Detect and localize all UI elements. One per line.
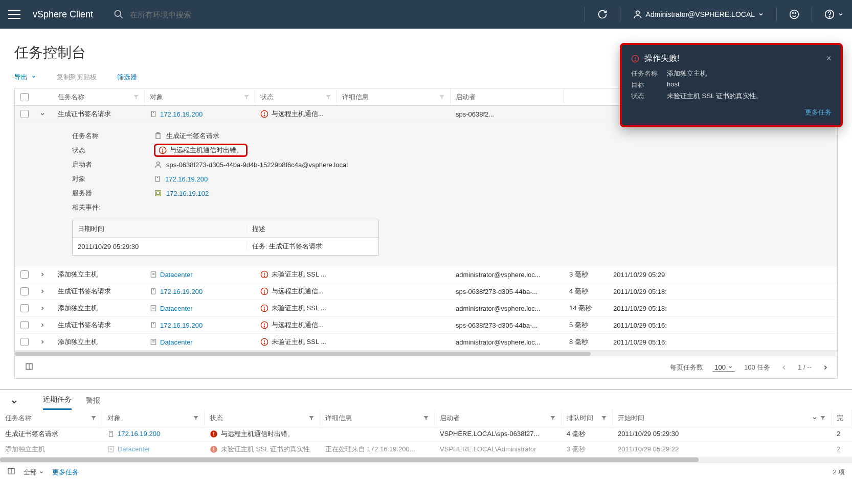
table-row[interactable]: 添加独立主机Datacenter未验证主机 SSL ...administrat… xyxy=(15,266,837,283)
filter-icon[interactable] xyxy=(439,94,445,100)
col-details[interactable]: 详细信息 xyxy=(320,410,435,426)
filter-icon[interactable] xyxy=(820,415,826,421)
table-row[interactable]: 生成证书签名请求172.16.19.200与远程主机通信...sps-0638f… xyxy=(15,317,837,334)
task-target[interactable]: 172.16.19.200 xyxy=(145,106,255,122)
col-status[interactable]: 状态 xyxy=(255,88,337,105)
chevron-down-icon xyxy=(39,470,44,475)
col-target[interactable]: 对象 xyxy=(102,410,205,426)
tab-recent[interactable]: 近期任务 xyxy=(43,395,72,410)
task-status: 与远程主机通信时出错。 xyxy=(205,429,320,439)
task-target[interactable]: Datacenter xyxy=(145,266,255,283)
user-menu[interactable]: Administrator@VSPHERE.LOCAL xyxy=(633,9,764,19)
h-scrollbar[interactable] xyxy=(0,457,852,463)
col-initiator[interactable]: 启动者 xyxy=(451,88,564,105)
feedback-button[interactable] xyxy=(789,9,799,19)
datacenter-icon xyxy=(107,446,115,453)
chevron-down-icon xyxy=(758,11,764,17)
event-row[interactable]: 2011/10/29 05:29:30任务: 生成证书签名请求 xyxy=(73,238,378,255)
prev-page[interactable] xyxy=(779,363,789,372)
error-icon xyxy=(159,146,167,154)
task-name: 生成证书签名请求 xyxy=(53,283,145,300)
filter-icon[interactable] xyxy=(550,415,556,421)
col-start[interactable]: 开始时间 xyxy=(613,410,832,426)
row-checkbox[interactable] xyxy=(20,110,29,118)
expand-toggle[interactable] xyxy=(34,300,53,316)
error-icon xyxy=(260,110,268,118)
task-status: 未验证主机 SSL 证书的真实性 xyxy=(205,445,320,454)
filter-icon[interactable] xyxy=(193,415,199,421)
more-tasks-link[interactable]: 更多任务 xyxy=(631,108,832,117)
col-task-name[interactable]: 任务名称 xyxy=(53,88,145,105)
status-highlight: 与远程主机通信时出错。 xyxy=(154,144,248,157)
server-link[interactable]: 172.16.19.102 xyxy=(166,190,209,197)
search-input[interactable] xyxy=(130,10,283,19)
target-link[interactable]: 172.16.19.200 xyxy=(165,175,208,183)
table-row[interactable]: 生成证书签名请求172.16.19.200与远程主机通信时出错。VSPHERE.… xyxy=(0,426,852,442)
h-scrollbar[interactable] xyxy=(15,351,837,356)
column-picker[interactable] xyxy=(22,362,33,372)
help-button[interactable] xyxy=(824,9,844,19)
page-pos: 1 / -- xyxy=(798,363,812,371)
task-target[interactable]: Datacenter xyxy=(145,300,255,316)
row-checkbox[interactable] xyxy=(20,338,29,346)
row-checkbox[interactable] xyxy=(20,304,29,312)
column-picker[interactable] xyxy=(7,467,15,477)
tab-alarms[interactable]: 警报 xyxy=(86,396,100,409)
user-icon xyxy=(154,161,162,169)
col-task-name[interactable]: 任务名称 xyxy=(0,410,102,426)
expand-toggle[interactable] xyxy=(34,317,53,333)
col-queued[interactable]: 排队时间 xyxy=(562,410,613,426)
error-icon xyxy=(210,445,218,453)
copy-button: 复制到剪贴板 xyxy=(57,73,97,82)
row-checkbox[interactable] xyxy=(20,287,29,295)
task-status: 与远程主机通信... xyxy=(255,106,337,122)
more-tasks-link[interactable]: 更多任务 xyxy=(52,468,79,477)
svg-point-4 xyxy=(793,13,794,14)
collapse-panel[interactable] xyxy=(10,398,18,407)
col-details[interactable]: 详细信息 xyxy=(337,88,451,105)
table-row[interactable]: 添加独立主机Datacenter未验证主机 SSL ...administrat… xyxy=(15,334,837,351)
col-queued[interactable] xyxy=(564,88,608,105)
col-status[interactable]: 状态 xyxy=(205,410,320,426)
col-target[interactable]: 对象 xyxy=(145,88,255,105)
row-checkbox[interactable] xyxy=(20,270,29,279)
host-icon xyxy=(154,175,161,182)
table-row[interactable]: 生成证书签名请求172.16.19.200与远程主机通信...sps-0638f… xyxy=(15,283,837,300)
filter-icon[interactable] xyxy=(601,415,607,421)
expand-toggle[interactable] xyxy=(34,283,53,300)
expand-toggle[interactable] xyxy=(34,266,53,283)
col-complete[interactable]: 完 xyxy=(832,410,852,426)
bottom-footer: 全部 更多任务 2 项 xyxy=(0,463,852,481)
filter-icon[interactable] xyxy=(308,415,315,421)
task-target[interactable]: 172.16.19.200 xyxy=(102,430,205,438)
table-row[interactable]: 添加独立主机Datacenter未验证主机 SSL ...administrat… xyxy=(15,300,837,317)
svg-line-1 xyxy=(120,16,123,18)
page-size-select[interactable]: 100 xyxy=(712,363,735,372)
task-status: 未验证主机 SSL ... xyxy=(255,266,337,283)
global-search[interactable] xyxy=(114,9,585,19)
col-initiator[interactable]: 启动者 xyxy=(435,410,562,426)
task-target[interactable]: 172.16.19.200 xyxy=(145,283,255,300)
export-button[interactable]: 导出 xyxy=(14,73,36,82)
next-page[interactable] xyxy=(821,363,830,372)
task-name: 添加独立主机 xyxy=(0,445,102,454)
filter-all[interactable]: 全部 xyxy=(24,468,44,477)
filter-icon[interactable] xyxy=(243,94,250,100)
filter-icon[interactable] xyxy=(325,94,331,100)
filter-icon[interactable] xyxy=(423,415,429,421)
expand-toggle[interactable] xyxy=(34,106,53,122)
table-row[interactable]: 添加独立主机Datacenter未验证主机 SSL 证书的真实性正在处理来自 1… xyxy=(0,442,852,457)
expand-toggle[interactable] xyxy=(34,334,53,350)
select-all[interactable] xyxy=(15,88,34,105)
filter-icon[interactable] xyxy=(133,94,139,100)
refresh-button[interactable] xyxy=(597,9,608,19)
menu-icon[interactable] xyxy=(8,10,20,19)
divider xyxy=(585,7,585,21)
filter-icon[interactable] xyxy=(91,415,97,421)
close-icon[interactable]: × xyxy=(826,53,832,64)
filter-button[interactable]: 筛选器 xyxy=(117,73,137,82)
task-target[interactable]: Datacenter xyxy=(102,445,205,453)
row-checkbox[interactable] xyxy=(20,321,29,329)
task-target[interactable]: 172.16.19.200 xyxy=(145,317,255,333)
task-target[interactable]: Datacenter xyxy=(145,334,255,350)
